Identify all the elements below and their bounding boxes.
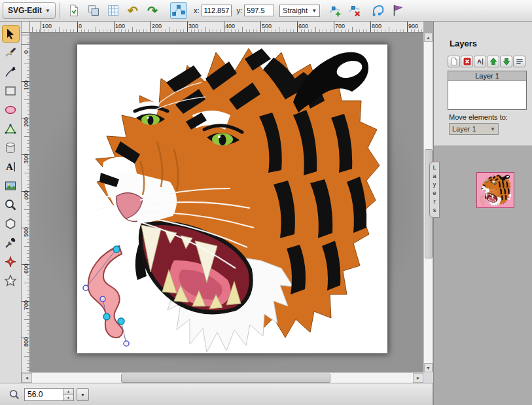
x-coordinate-input[interactable] <box>202 5 232 16</box>
ruler-label: 100 <box>115 23 125 29</box>
ellipse-tool[interactable] <box>2 101 20 118</box>
ruler-label: 300 <box>188 23 198 29</box>
redo-button[interactable]: ↷ <box>144 2 161 19</box>
spinner-up-icon: ▲ <box>67 389 70 393</box>
add-node-button[interactable] <box>327 2 344 19</box>
document-button[interactable] <box>65 2 82 19</box>
app-logo-label: SVG-Edit <box>8 6 42 15</box>
line-tool[interactable] <box>2 63 20 80</box>
delete-node-button[interactable] <box>346 2 363 19</box>
path-tool[interactable] <box>2 120 20 137</box>
ruler-label: 400 <box>225 23 235 29</box>
star-icon <box>4 274 17 287</box>
rect-tool[interactable] <box>2 82 20 99</box>
zoom-input[interactable] <box>25 389 63 400</box>
select-arrow-icon <box>4 27 17 41</box>
scroll-left-button[interactable]: ◄ <box>22 373 32 383</box>
chevron-down-icon: ▼ <box>490 126 495 132</box>
undo-button[interactable]: ↶ <box>124 2 141 19</box>
open-path-button[interactable] <box>370 2 387 19</box>
horizontal-scroll-thumb[interactable] <box>121 374 330 383</box>
zoom-spin-down-button[interactable]: ▼ <box>63 395 73 401</box>
layers-panel-title: Layers <box>450 39 477 48</box>
canvas-artwork[interactable] <box>77 44 387 353</box>
ruler-label: 500 <box>262 23 272 29</box>
text-tool[interactable]: A <box>2 158 20 175</box>
magnifier-icon <box>4 198 17 211</box>
text-icon: A <box>4 160 17 173</box>
svg-text:A: A <box>477 58 482 65</box>
new-layer-button[interactable] <box>448 56 460 67</box>
drawing-canvas[interactable] <box>77 44 387 353</box>
ruler-label: 700 <box>23 300 29 310</box>
star-tool[interactable] <box>2 272 20 289</box>
select-tool[interactable] <box>2 25 20 43</box>
pen-icon <box>4 65 17 79</box>
eyedropper-tool[interactable] <box>2 234 20 251</box>
rename-layer-button[interactable]: A <box>474 56 486 67</box>
duplicate-button[interactable] <box>85 2 102 19</box>
segment-type-select[interactable]: Straight ▼ <box>279 5 320 17</box>
ruler-label: 200 <box>152 23 162 29</box>
polygon-tool[interactable] <box>2 215 20 232</box>
move-layer-up-button[interactable] <box>487 56 499 67</box>
zoom-tool[interactable] <box>2 196 20 213</box>
red-ornament-icon <box>4 255 17 268</box>
move-target-value: Layer 1 <box>452 125 476 133</box>
scroll-up-icon: ▲ <box>426 35 431 40</box>
svg-text:A: A <box>6 162 13 172</box>
image-tool[interactable] <box>2 177 20 194</box>
ellipse-icon <box>4 103 17 116</box>
flag-icon <box>391 3 405 18</box>
flag-button[interactable] <box>389 2 406 19</box>
ruler-corner <box>22 22 30 33</box>
layer-row[interactable]: Layer 1 <box>448 71 526 81</box>
move-elements-label: Move elements to: <box>449 113 508 121</box>
horizontal-scrollbar[interactable]: ◄ ► <box>22 372 423 383</box>
layer-list: Layer 1 <box>448 71 527 110</box>
y-coordinate-input[interactable] <box>244 5 274 16</box>
canvas-workspace[interactable] <box>30 33 423 372</box>
scroll-right-button[interactable]: ► <box>413 373 423 383</box>
new-layer-icon <box>450 57 459 66</box>
ruler-label: 0 <box>23 50 29 54</box>
link-control-points-icon <box>171 3 186 18</box>
document-icon <box>67 3 81 18</box>
layers-side-tab[interactable]: Layers <box>429 162 440 218</box>
pencil-tool[interactable] <box>2 44 20 62</box>
spinner-down-icon: ▼ <box>67 396 70 400</box>
ruler-label: 500 <box>23 227 29 237</box>
image-icon <box>4 179 17 192</box>
merge-layer-button[interactable] <box>513 56 525 67</box>
svg-edit-app: SVG-Edit ▼ ↶ ↷ x: y: Straight ▼ <box>0 0 532 405</box>
duplicate-icon <box>86 3 101 18</box>
ornament-tool[interactable] <box>2 253 20 270</box>
ruler-label: 600 <box>298 23 308 29</box>
zoom-spinner: ▲ ▼ <box>63 389 73 400</box>
ruler-label: 200 <box>23 117 29 127</box>
ruler-label: 0 <box>79 23 82 29</box>
scroll-down-button[interactable]: ▼ <box>424 363 433 372</box>
scroll-up-button[interactable]: ▲ <box>424 33 433 42</box>
y-coordinate-label: y: <box>237 7 243 14</box>
hexagon-icon <box>4 217 17 230</box>
rectangle-icon <box>4 84 17 97</box>
scrollbar-corner <box>423 372 433 383</box>
top-ruler: 1000100200300400500600700800900100 <box>30 22 423 33</box>
link-control-points-button[interactable] <box>170 2 187 19</box>
open-path-icon <box>371 3 385 18</box>
grid-button[interactable] <box>105 2 122 19</box>
ruler-label: 800 <box>23 337 29 347</box>
move-layer-down-button[interactable] <box>500 56 512 67</box>
undo-icon: ↶ <box>128 5 138 17</box>
zoom-preset-dropdown[interactable]: ▼ <box>77 388 89 401</box>
chevron-down-icon: ▼ <box>80 393 85 397</box>
delete-layer-button[interactable] <box>461 56 473 67</box>
shape-library-tool[interactable] <box>2 139 20 156</box>
eyedropper-icon <box>4 236 17 249</box>
layer-buttons-row: A <box>448 56 525 67</box>
zoom-spin-up-button[interactable]: ▲ <box>63 389 73 395</box>
main-menu-button[interactable]: SVG-Edit ▼ <box>3 2 56 19</box>
move-target-select[interactable]: Layer 1 ▼ <box>449 123 499 135</box>
drawing-thumbnail <box>476 172 514 208</box>
